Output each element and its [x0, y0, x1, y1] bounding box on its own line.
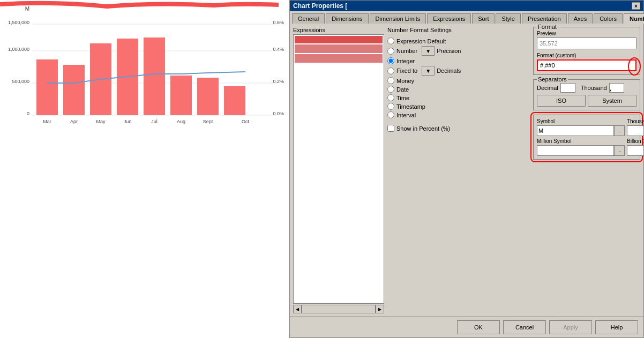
close-button[interactable]: ×: [632, 2, 640, 10]
radio-number-input[interactable]: [387, 48, 394, 55]
thousand-symbol-input-row: ...: [627, 125, 643, 136]
format-custom-group: Format (custom): [537, 52, 636, 71]
radio-date-row: Date: [387, 86, 530, 93]
thousand-sep-input[interactable]: [609, 83, 624, 93]
scroll-right-btn[interactable]: ▶: [376, 305, 384, 313]
svg-rect-17: [144, 37, 165, 115]
radio-interval-input[interactable]: [387, 111, 394, 118]
format-custom-input[interactable]: [537, 59, 636, 71]
radio-integer-label: Integer: [396, 58, 415, 64]
expressions-list[interactable]: [293, 34, 384, 304]
radio-date-label: Date: [396, 86, 409, 93]
billion-symbol-field-group: Billion Symbol ...: [627, 138, 643, 156]
chart-properties-dialog: Chart Properties [ × General Dimensions …: [289, 0, 644, 338]
radio-expression-default: Expression Default: [387, 37, 530, 44]
tab-sort[interactable]: Sort: [472, 13, 495, 24]
tab-presentation[interactable]: Presentation: [522, 13, 567, 24]
radio-expression-default-label: Expression Default: [396, 38, 446, 44]
radio-integer-row: Integer: [387, 57, 530, 64]
scroll-left-btn[interactable]: ◀: [293, 305, 302, 313]
million-symbol-label: Million Symbol: [537, 138, 625, 144]
svg-text:Mar: Mar: [43, 119, 51, 124]
dialog-titlebar: Chart Properties [ ×: [290, 1, 643, 11]
decimals-label: Decimals: [437, 67, 461, 74]
symbol-field-group: Symbol ...: [537, 118, 625, 136]
dialog-footer: OK Cancel Apply Help: [290, 317, 643, 337]
radio-fixed-input[interactable]: [387, 67, 394, 74]
billion-symbol-input-row: ...: [627, 145, 643, 156]
chart-svg: M 1,500,000 1,000,000 500,000 0 0.6% 0.4…: [0, 0, 289, 139]
tabs-bar: General Dimensions Dimension Limits Expr…: [290, 11, 643, 24]
show-percent-label: Show in Percent (%): [396, 125, 450, 132]
apply-button[interactable]: Apply: [549, 320, 592, 334]
iso-system-row: ISO System: [537, 95, 636, 107]
radio-time-label: Time: [396, 95, 409, 101]
expr-item-2[interactable]: [295, 44, 383, 53]
tab-general[interactable]: General: [292, 13, 325, 24]
billion-symbol-label: Billion Symbol: [627, 138, 643, 144]
radio-money-input[interactable]: [387, 77, 394, 84]
preview-value: 35,572: [540, 40, 558, 47]
tab-style[interactable]: Style: [496, 13, 520, 24]
radio-timestamp-label: Timestamp: [396, 103, 425, 110]
thousand-symbol-field-group: Thousand Symbol ...: [627, 118, 643, 136]
svg-text:M: M: [25, 6, 29, 12]
radio-timestamp-input[interactable]: [387, 103, 394, 110]
chart-area: M 1,500,000 1,000,000 500,000 0 0.6% 0.4…: [0, 0, 289, 338]
radio-number-label: Number: [396, 48, 417, 54]
svg-text:0.4%: 0.4%: [273, 47, 284, 52]
svg-text:Apr: Apr: [70, 119, 78, 124]
iso-button[interactable]: ISO: [537, 95, 586, 107]
million-symbol-input[interactable]: [537, 145, 614, 156]
symbol-browse-btn[interactable]: ...: [614, 125, 625, 136]
radio-integer-input[interactable]: [387, 57, 394, 64]
fixed-decrease-btn[interactable]: ▼: [422, 66, 435, 76]
symbol-input[interactable]: [537, 125, 614, 136]
radio-time-input[interactable]: [387, 94, 394, 101]
number-format-section-label: Number Format Settings: [387, 27, 530, 33]
decimal-sep-input[interactable]: [560, 83, 575, 93]
radio-number-row: Number ▼ Precision: [387, 46, 530, 56]
number-decrease-btn[interactable]: ▼: [422, 46, 435, 56]
svg-text:Aug: Aug: [177, 119, 185, 124]
tab-colors[interactable]: Colors: [594, 13, 623, 24]
symbol-section: Symbol ... Thousand Symbol .: [533, 115, 640, 160]
radio-date-input[interactable]: [387, 86, 394, 93]
tab-dimension-limits[interactable]: Dimension Limits: [370, 13, 426, 24]
ok-button[interactable]: OK: [457, 320, 500, 334]
symbol-grid: Symbol ... Thousand Symbol .: [537, 118, 636, 156]
show-percent-checkbox[interactable]: [387, 125, 394, 132]
svg-text:May: May: [96, 119, 106, 124]
svg-text:1,500,000: 1,500,000: [8, 20, 29, 25]
scroll-track[interactable]: [302, 305, 376, 313]
radio-money-label: Money: [396, 78, 414, 84]
million-symbol-input-row: ...: [537, 145, 625, 156]
svg-text:500,000: 500,000: [12, 79, 29, 84]
format-section-title: Format: [537, 24, 558, 30]
tab-number[interactable]: Number: [624, 13, 644, 24]
preview-group: Preview 35,572: [537, 31, 636, 49]
tab-expressions[interactable]: Expressions: [427, 13, 471, 24]
thousand-symbol-input[interactable]: [627, 125, 643, 136]
tab-dimensions[interactable]: Dimensions: [326, 13, 368, 24]
svg-text:Jun: Jun: [124, 119, 132, 124]
radio-expression-default-input[interactable]: [387, 37, 394, 44]
tab-axes[interactable]: Axes: [568, 13, 593, 24]
expr-item-3[interactable]: [295, 54, 383, 63]
svg-text:0.0%: 0.0%: [273, 111, 284, 116]
radio-fixed-label: Fixed to: [396, 67, 417, 74]
preview-box: 35,572: [537, 37, 636, 49]
decimal-sep-label: Decimal: [537, 85, 558, 91]
cancel-button[interactable]: Cancel: [503, 320, 546, 334]
svg-text:1,000,000: 1,000,000: [8, 47, 29, 52]
format-panel: Format Preview 35,572 Format (custom): [533, 27, 640, 313]
separators-section-title: Separators: [537, 76, 568, 82]
million-symbol-browse-btn[interactable]: ...: [614, 145, 625, 156]
thousand-sep-label: Thousand: [581, 85, 607, 91]
billion-symbol-input[interactable]: [627, 145, 643, 156]
expr-item-1[interactable]: [295, 36, 383, 43]
thousand-symbol-label: Thousand Symbol: [627, 118, 643, 124]
help-button[interactable]: Help: [595, 320, 638, 334]
symbol-section-outer: Symbol ... Thousand Symbol .: [533, 115, 640, 160]
system-button[interactable]: System: [588, 95, 636, 107]
